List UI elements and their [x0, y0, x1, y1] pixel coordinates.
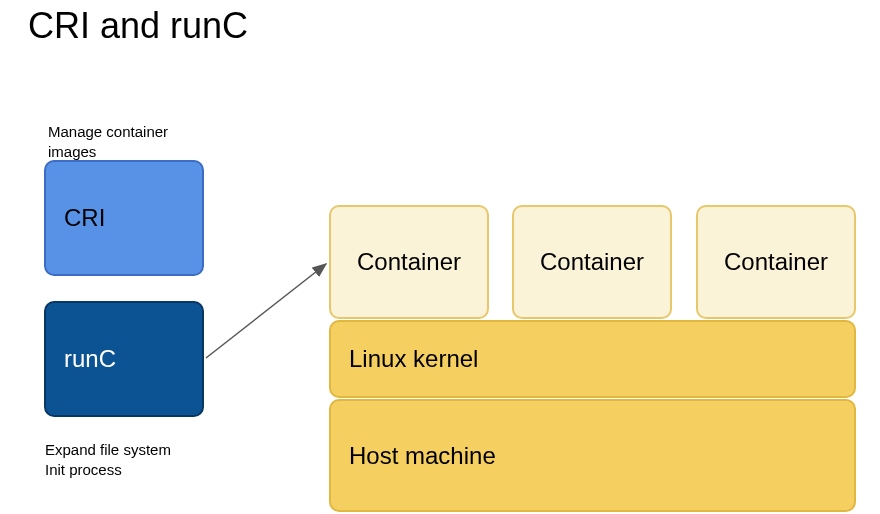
svg-line-1 [206, 264, 326, 358]
runc-caption: Expand file system Init process [45, 440, 171, 479]
runc-box: runC [44, 301, 204, 417]
host-machine-label: Host machine [349, 442, 496, 470]
linux-kernel-box: Linux kernel [329, 320, 856, 398]
container-box-1: Container [329, 205, 489, 319]
container-box-2: Container [512, 205, 672, 319]
cri-box: CRI [44, 160, 204, 276]
cri-caption: Manage container images [48, 122, 168, 161]
runc-label: runC [64, 345, 116, 373]
container-box-3: Container [696, 205, 856, 319]
container-label: Container [724, 248, 828, 276]
host-machine-box: Host machine [329, 399, 856, 512]
page-title: CRI and runC [28, 5, 248, 47]
arrow-icon [204, 258, 334, 360]
cri-label: CRI [64, 204, 105, 232]
container-label: Container [540, 248, 644, 276]
container-label: Container [357, 248, 461, 276]
linux-kernel-label: Linux kernel [349, 345, 478, 373]
